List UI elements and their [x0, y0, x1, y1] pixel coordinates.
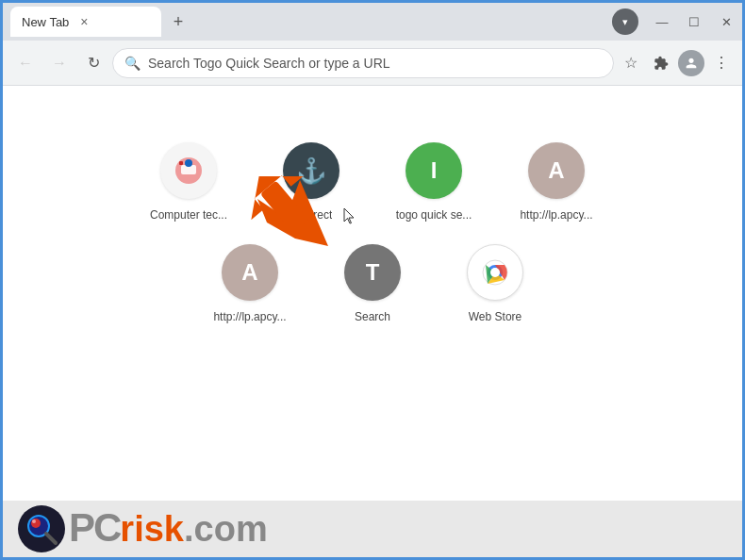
shortcuts-container: Computer tec... ⚓ Redirect I togo quick … [3, 142, 742, 323]
shortcut-label-http-a2: http://lp.apcy... [213, 310, 286, 323]
shortcut-icon-togo: I [406, 142, 462, 199]
minimize-button[interactable]: — [654, 13, 670, 30]
more-options-button[interactable]: ⋮ [708, 50, 735, 76]
shortcut-label-togo: togo quick se... [396, 208, 472, 222]
reload-button[interactable]: ↻ [78, 48, 108, 78]
search-icon: 🔍 [124, 56, 141, 71]
shortcut-label-webstore: Web Store [469, 310, 522, 323]
pcrisk-icon [18, 505, 65, 552]
bookmark-button[interactable]: ☆ [618, 50, 644, 76]
pcrisk-text-group: PC risk .com [69, 508, 268, 550]
shortcuts-row-2: A http://lp.apcy... T Search [207, 244, 538, 323]
address-bar[interactable]: 🔍 Search Togo Quick Search or type a URL [112, 48, 614, 78]
pcrisk-dotcom-text: .com [184, 509, 268, 550]
chrome-menu-icon[interactable]: ▾ [612, 8, 638, 35]
window-close-button[interactable]: ✕ [718, 13, 735, 30]
shortcut-togo[interactable]: I togo quick se... [391, 142, 476, 222]
shortcut-redirect[interactable]: ⚓ Redirect [269, 142, 354, 222]
active-tab[interactable]: New Tab × [10, 7, 161, 37]
back-button[interactable]: ← [10, 48, 41, 78]
svg-rect-6 [179, 161, 183, 165]
window-controls: ▾ — ☐ ✕ [612, 8, 735, 35]
shortcut-label-computer-tec: Computer tec... [150, 208, 227, 222]
address-text: Search Togo Quick Search or type a URL [148, 56, 602, 71]
pcrisk-logo: PC risk .com [18, 505, 268, 552]
shortcut-label-search: Search [355, 310, 390, 323]
pcrisk-pc-text: PC [69, 508, 120, 548]
shortcut-webstore[interactable]: Web Store [453, 244, 538, 323]
shortcut-icon-redirect: ⚓ [283, 142, 339, 199]
shortcut-label-http-a1: http://lp.apcy... [520, 208, 592, 222]
tab-title: New Tab [22, 15, 69, 29]
svg-line-14 [46, 534, 56, 543]
svg-point-10 [490, 268, 500, 277]
title-bar: New Tab × + ▾ — ☐ ✕ [3, 3, 742, 41]
shortcut-computer-tec[interactable]: Computer tec... [146, 142, 231, 222]
pcrisk-risk-text: risk [120, 511, 184, 547]
new-tab-button[interactable]: + [165, 8, 191, 35]
shortcut-label-redirect: Redirect [290, 208, 333, 222]
svg-point-13 [32, 519, 36, 523]
nav-bar: ← → ↻ 🔍 Search Togo Quick Search or type… [3, 41, 742, 86]
svg-point-12 [31, 519, 41, 528]
shortcut-icon-webstore [467, 244, 523, 301]
profile-button[interactable] [678, 50, 704, 76]
pcrisk-watermark: PC risk .com [3, 501, 742, 557]
maximize-button[interactable]: ☐ [686, 13, 703, 30]
shortcut-icon-http-a2: A [222, 244, 278, 301]
svg-point-5 [185, 159, 192, 167]
shortcut-http-a2[interactable]: A http://lp.apcy... [207, 244, 292, 323]
tab-close-button[interactable]: × [76, 14, 91, 29]
shortcuts-row-1: Computer tec... ⚓ Redirect I togo quick … [146, 142, 599, 222]
extensions-button[interactable] [648, 50, 674, 76]
shortcut-search[interactable]: T Search [330, 244, 415, 323]
shortcut-http-a1[interactable]: A http://lp.apcy... [514, 142, 599, 222]
shortcut-icon-computer-tec [160, 142, 217, 199]
forward-button[interactable]: → [44, 48, 74, 78]
shortcut-icon-http-a1: A [528, 142, 585, 199]
shortcut-icon-search: T [344, 244, 401, 301]
